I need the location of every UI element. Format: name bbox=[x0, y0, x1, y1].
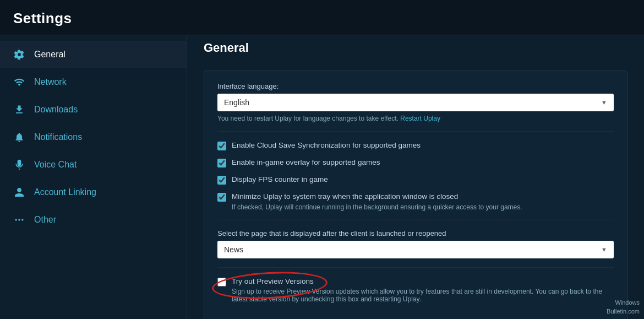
preview-checkbox[interactable] bbox=[217, 278, 226, 286]
sidebar-item-downloads[interactable]: Downloads bbox=[0, 96, 187, 123]
fps-label-group: Display FPS counter in game bbox=[232, 175, 328, 185]
sidebar-item-label-notifications: Notifications bbox=[34, 132, 82, 142]
startup-page-select[interactable]: News Games Friends Store bbox=[217, 241, 614, 258]
overlay-checkbox[interactable] bbox=[217, 159, 226, 167]
language-select[interactable]: English French German Spanish Italian bbox=[217, 94, 614, 111]
minimize-label-group: Minimize Uplay to system tray when the a… bbox=[232, 192, 522, 211]
sidebar-item-account-linking[interactable]: Account Linking bbox=[0, 179, 187, 206]
content-inner: General Interface language: English Fren… bbox=[187, 35, 644, 319]
minimize-label: Minimize Uplay to system tray when the a… bbox=[232, 192, 522, 202]
content-area: General Interface language: English Fren… bbox=[187, 35, 644, 319]
settings-panel: Interface language: English French Germa… bbox=[204, 71, 627, 319]
minimize-checkbox[interactable] bbox=[217, 193, 226, 202]
overlay-label: Enable in-game overlay for supported gam… bbox=[232, 158, 380, 168]
header: Settings bbox=[0, 0, 644, 35]
sidebar-item-voice-chat[interactable]: Voice Chat bbox=[0, 151, 187, 179]
divider-1 bbox=[217, 131, 614, 132]
cloud-save-checkbox[interactable] bbox=[217, 142, 226, 150]
page-title: Settings bbox=[13, 10, 631, 27]
sidebar-item-label-account-linking: Account Linking bbox=[34, 187, 96, 197]
checkbox-row-fps: Display FPS counter in game bbox=[217, 175, 614, 185]
preview-section: Try out Preview Versions Sign up to rece… bbox=[217, 277, 614, 304]
divider-2 bbox=[217, 220, 614, 220]
network-icon bbox=[13, 76, 25, 88]
cloud-save-label: Enable Cloud Save Synchronization for su… bbox=[232, 140, 421, 151]
preview-label-group: Try out Preview Versions Sign up to rece… bbox=[232, 277, 614, 304]
sidebar-item-other[interactable]: Other bbox=[0, 206, 187, 234]
user-icon bbox=[13, 186, 25, 198]
content-title: General bbox=[204, 41, 627, 60]
sidebar-item-label-general: General bbox=[34, 50, 66, 60]
main-layout: General Network Downloads Notifications bbox=[0, 35, 644, 319]
checkbox-row-preview: Try out Preview Versions Sign up to rece… bbox=[217, 277, 614, 304]
language-group: Interface language: English French Germa… bbox=[217, 82, 614, 122]
checkbox-row-overlay: Enable in-game overlay for supported gam… bbox=[217, 158, 614, 168]
sidebar-item-general[interactable]: General bbox=[0, 41, 187, 68]
checkbox-row-minimize: Minimize Uplay to system tray when the a… bbox=[217, 192, 614, 211]
fps-label: Display FPS counter in game bbox=[232, 175, 328, 185]
gear-icon bbox=[13, 48, 25, 61]
startup-page-select-wrapper: News Games Friends Store bbox=[217, 241, 614, 258]
startup-page-label: Select the page that is displayed after … bbox=[217, 229, 614, 237]
startup-page-group: Select the page that is displayed after … bbox=[217, 229, 614, 258]
checkbox-row-cloud-save: Enable Cloud Save Synchronization for su… bbox=[217, 140, 614, 151]
bell-icon bbox=[13, 131, 25, 143]
overlay-label-group: Enable in-game overlay for supported gam… bbox=[232, 158, 380, 168]
sidebar: General Network Downloads Notifications bbox=[0, 35, 187, 319]
cloud-save-label-group: Enable Cloud Save Synchronization for su… bbox=[232, 140, 421, 151]
mic-icon bbox=[13, 159, 25, 171]
watermark: Windows Bulletin.com bbox=[607, 299, 640, 316]
sidebar-item-label-voice-chat: Voice Chat bbox=[34, 160, 77, 170]
language-label: Interface language: bbox=[217, 82, 614, 90]
preview-sublabel: Sign up to receive Preview Version updat… bbox=[232, 288, 614, 303]
dots-icon bbox=[13, 214, 25, 226]
minimize-sublabel: If checked, Uplay will continue running … bbox=[232, 203, 522, 211]
sidebar-item-label-other: Other bbox=[34, 215, 56, 225]
sidebar-item-label-network: Network bbox=[34, 77, 67, 87]
preview-label: Try out Preview Versions bbox=[232, 277, 614, 287]
fps-checkbox[interactable] bbox=[217, 176, 226, 185]
download-icon bbox=[13, 104, 25, 116]
restart-link[interactable]: Restart Uplay bbox=[400, 115, 440, 122]
sidebar-item-network[interactable]: Network bbox=[0, 68, 187, 96]
divider-3 bbox=[217, 267, 614, 268]
language-select-wrapper: English French German Spanish Italian bbox=[217, 94, 614, 111]
sidebar-item-label-downloads: Downloads bbox=[34, 105, 78, 115]
restart-note: You need to restart Uplay for language c… bbox=[217, 115, 614, 122]
sidebar-item-notifications[interactable]: Notifications bbox=[0, 123, 187, 151]
